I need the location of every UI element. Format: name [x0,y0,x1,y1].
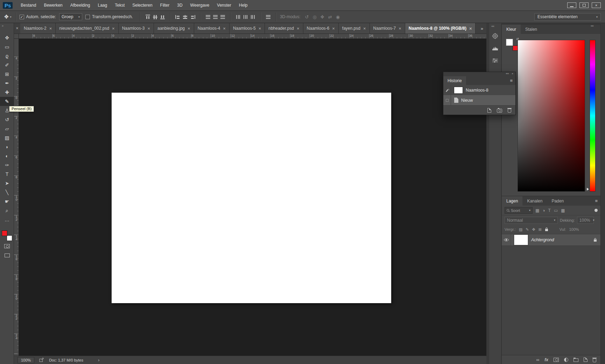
distribute-vertical-centers-icon[interactable] [212,14,218,20]
panel-close-icon[interactable]: × [512,72,513,76]
menu-item[interactable]: Venster [213,0,235,10]
background-color-swatch[interactable] [7,235,12,241]
blur-tool[interactable]: ◗ [0,142,14,151]
status-chevron-icon[interactable]: › [98,357,99,363]
line-tool[interactable]: ╲ [0,188,14,197]
layer-filter-type-dropdown[interactable]: Soort ▾ [505,207,533,214]
layer-visibility-toggle[interactable] [502,234,511,245]
lock-pixels-icon[interactable]: ✎ [526,227,529,232]
menu-item[interactable]: Filter [156,0,174,10]
menu-item[interactable]: Afbeelding [66,0,94,10]
3d-roll-icon[interactable]: ◎ [313,14,317,20]
quick-mask-mode-button[interactable] [0,242,14,251]
panel-menu-icon[interactable]: ≡ [510,78,513,83]
layer-style-icon[interactable]: fx [544,358,548,362]
horizontal-ruler[interactable]: 8642024681012141618202224262830323436 [19,34,486,39]
layer-thumbnail[interactable] [514,235,528,245]
panel-tab[interactable]: Lagen [502,196,522,206]
3d-slide-icon[interactable]: ⇄ [328,14,332,20]
rectangular-marquee-tool[interactable]: ▭ [0,42,14,51]
saturation-brightness-picker[interactable] [518,40,585,192]
new-group-icon[interactable] [574,358,578,362]
menu-item[interactable]: Selecteren [128,0,156,10]
menu-item[interactable]: Help [235,0,252,10]
3d-drag-icon[interactable]: ✥ [321,14,324,20]
tab-close-icon[interactable]: × [49,26,52,31]
3d-rotate-icon[interactable]: ↺ [305,14,309,20]
foreground-color-swatch[interactable] [2,230,7,236]
tab-close-icon[interactable]: × [188,26,190,31]
close-button[interactable]: × [592,2,601,8]
new-document-from-state-icon[interactable] [487,108,491,113]
edit-toolbar-toggle[interactable]: … [0,215,14,224]
history-state-row[interactable]: Naamloos-8 [443,85,515,95]
document-canvas[interactable] [112,93,391,303]
color-panel-swatches[interactable]: ⇄ [506,39,518,51]
align-left-edges-icon[interactable] [175,14,181,20]
layer-filter-toggle[interactable] [595,209,598,212]
document-tab[interactable]: aanbieding.jpg × [154,23,194,34]
document-tab[interactable]: Naamloos-2 × [20,23,56,34]
distribute-right-edges-icon[interactable] [250,14,256,20]
menu-item[interactable]: Bestand [17,0,40,10]
distribute-top-edges-icon[interactable] [205,14,211,20]
tab-close-icon[interactable]: × [469,26,472,31]
delete-layer-icon[interactable] [593,358,596,362]
blend-mode-dropdown[interactable]: Normaal ▾ [505,217,558,224]
panel-dock-collapse-icon[interactable]: «« [591,24,593,28]
lock-transparency-icon[interactable]: ▨ [519,227,522,232]
document-tab[interactable]: fayen.psd × [339,23,370,34]
hue-slider[interactable] [590,40,596,192]
tab-close-leading-icon[interactable]: × [14,23,20,34]
auto-select-target-dropdown[interactable]: Groep ▾ [59,13,82,20]
panel-tab[interactable]: Stalen [521,24,542,34]
foreground-background-swatches[interactable] [1,230,13,242]
menu-item[interactable]: 3D [173,0,186,10]
distribute-bottom-edges-icon[interactable] [220,14,226,20]
document-tab[interactable]: nbheader.psd × [265,23,303,34]
dock-expand-icon[interactable]: «« [489,23,501,28]
eraser-tool[interactable]: ▱ [0,124,14,133]
foreground-color-swatch[interactable] [506,39,513,46]
filter-type-layers-icon[interactable]: T [548,208,551,213]
filter-pixel-layers-icon[interactable]: ▦ [535,208,539,213]
add-layer-mask-icon[interactable] [554,358,559,362]
tab-close-icon[interactable]: × [147,26,150,31]
panel-tab[interactable]: Kanalen [522,196,547,206]
history-brush-source-icon[interactable] [443,85,451,95]
background-color-swatch[interactable] [513,45,518,51]
type-tool[interactable]: T [0,170,14,179]
3d-scale-icon[interactable]: ◉ [336,14,340,20]
menu-item[interactable]: Weergave [187,0,213,10]
filter-shape-layers-icon[interactable]: ▭ [554,208,558,213]
history-panel-tab[interactable]: Historie [443,76,466,85]
brush-tool[interactable]: ✎ [0,97,14,106]
menu-item[interactable]: Bewerken [40,0,66,10]
tab-close-icon[interactable]: × [332,26,335,31]
opacity-dropdown[interactable]: 100% ▾ [577,217,594,224]
tab-overflow-icon[interactable]: » [477,26,486,31]
distribute-horizontal-centers-icon[interactable] [242,14,248,20]
distribute-spacing-icon[interactable] [265,14,271,20]
tab-close-icon[interactable]: × [223,26,226,31]
tool-preset-picker[interactable]: ✥ ▾ [4,14,12,20]
hand-tool[interactable]: ☛ [0,197,14,206]
panel-tab[interactable]: Paden [547,196,568,206]
document-tab[interactable]: Naamloos-8 @ 100% (RGB/8) × [405,23,476,34]
lock-position-icon[interactable]: ✥ [532,227,535,232]
document-tab[interactable]: Naamloos-3 × [119,23,154,34]
link-layers-icon[interactable]: ∞ [536,358,540,362]
align-right-edges-icon[interactable] [190,14,196,20]
document-tab[interactable]: nieuwsgedachten_002.psd × [56,23,118,34]
align-top-edges-icon[interactable] [145,14,151,20]
new-layer-icon[interactable] [584,357,588,362]
lasso-tool[interactable]: ϱ [0,51,14,60]
path-selection-tool[interactable]: ➤ [0,179,14,188]
tab-close-icon[interactable]: × [112,26,115,31]
panel-collapse-icon[interactable]: «« [506,72,509,76]
align-bottom-edges-icon[interactable] [160,14,166,20]
history-state-row[interactable]: Nieuw [443,95,515,105]
tab-close-icon[interactable]: × [259,26,261,31]
dodge-tool[interactable]: ◐ [0,151,14,160]
show-transform-controls-checkbox[interactable]: ✓ [85,15,90,19]
